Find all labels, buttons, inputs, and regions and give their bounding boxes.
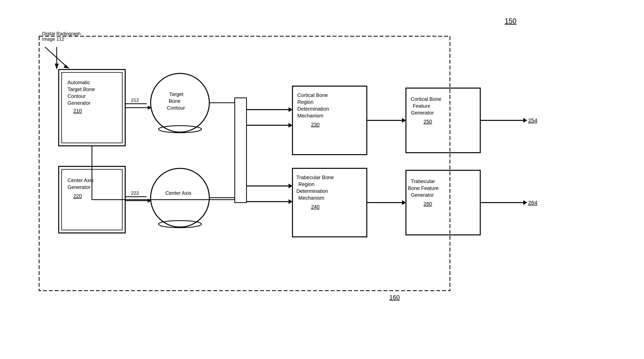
label-254: 254 [528,117,538,124]
circle-bottom-text1: Center Axis [165,190,191,196]
arrow-260-output [523,200,527,205]
box-230-number: 230 [311,122,320,127]
box-230-text2: Region [297,99,314,105]
system-160-label: 160 [389,294,400,301]
arrow-junc-to-240-top [288,184,292,188]
box-240-text1: Trabecular Bone [296,174,334,180]
box-250-number: 250 [424,119,432,125]
arrow-250-output [523,118,527,123]
circle-top-text2: Bone [169,98,180,104]
box-240-number: 240 [311,204,320,210]
circle-center-axis [151,168,209,227]
box-210-number: 210 [73,108,82,114]
input-arrow-head [55,64,59,70]
circle-top-text1: Target [169,91,184,97]
arrow-junc-to-240-bot [288,199,292,204]
label-222: 222 [131,190,139,196]
box-240-text4: Mechanism [298,195,324,201]
arrow-240-to-260 [402,200,406,205]
label-212: 212 [131,98,139,103]
box-250-text3: Generator [411,110,434,116]
system-number: 150 [505,17,516,25]
box-220-text2: Generator [68,184,90,190]
box-210-text2: Target Bone [68,86,95,92]
box-250-text1: Cortical Bone [411,96,441,102]
box-210-text3: Contour [68,93,86,99]
box-240-text3: Determination [296,188,328,194]
box-220-text1: Center Axis [68,177,94,183]
junction-box [235,98,246,203]
box-260-text1: Trabecular [411,178,435,184]
arrow-junc-to-230-bot [288,123,292,128]
box-250-text2: Feature [413,103,430,109]
box-230-text3: Determination [297,106,329,112]
box-220-number: 220 [73,193,82,199]
digital-radiograph-label-line2: Image 112 [42,37,64,42]
circle-top-text3: Contour [167,105,185,111]
box-210-text4: Generator [68,100,90,106]
box-240-text2: Region [298,181,314,187]
box-210-text1: Automatic [68,80,90,85]
label-264: 264 [528,200,538,206]
arrow-230-to-250 [402,118,406,123]
box-260-text3: Generator [411,192,434,198]
diagram-svg: 150 160 Digital Radiograph Image 112 Aut… [0,0,644,359]
box-230-text1: Cortical Bone [297,92,328,98]
box-230-text4: Mechanism [297,113,323,119]
box-260-text2: Bone Feature [408,185,439,191]
box-260-number: 260 [424,201,432,207]
digital-radiograph-label-line1: Digital Radiograph [42,31,80,36]
diagram-container: 150 160 Digital Radiograph Image 112 Aut… [0,0,644,359]
arrow-junc-to-230-top [288,107,292,112]
